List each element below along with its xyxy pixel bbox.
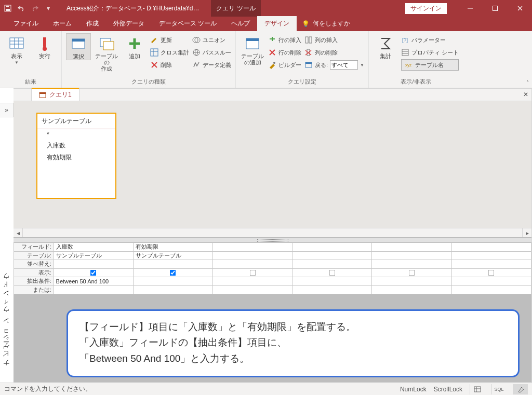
- grid-cell[interactable]: 入庫数: [54, 243, 133, 252]
- return-button[interactable]: 戻る: ▼: [304, 59, 364, 71]
- tab-design[interactable]: デザイン: [257, 16, 297, 31]
- grid-cell[interactable]: [372, 260, 451, 269]
- show-checkbox[interactable]: [170, 269, 176, 276]
- union-query-button[interactable]: ユニオン: [192, 34, 231, 46]
- collapse-ribbon-icon[interactable]: ˄: [526, 80, 529, 86]
- grid-cell[interactable]: サンプルテーブル: [133, 251, 212, 260]
- document-close-icon[interactable]: ✕: [523, 91, 528, 98]
- totals-button[interactable]: 集計: [373, 33, 398, 59]
- grid-cell[interactable]: [54, 268, 133, 277]
- grid-cell[interactable]: 有効期限: [133, 243, 212, 252]
- builder-button[interactable]: ビルダー: [268, 59, 301, 71]
- tab-help[interactable]: ヘルプ: [224, 16, 257, 31]
- signin-button[interactable]: サインイン: [405, 3, 447, 14]
- grid-cell[interactable]: [133, 268, 212, 277]
- show-checkbox[interactable]: [249, 269, 256, 276]
- tab-file[interactable]: ファイル: [6, 16, 46, 31]
- table-names-toggle[interactable]: xyzテーブル名: [401, 59, 459, 71]
- grid-cell[interactable]: [372, 268, 451, 277]
- grid-cell[interactable]: [292, 277, 372, 286]
- minimize-button[interactable]: [458, 0, 482, 17]
- show-checkbox[interactable]: [488, 269, 495, 276]
- delete-query-button[interactable]: 削除: [150, 59, 189, 71]
- tab-external-data[interactable]: 外部データ: [106, 16, 152, 31]
- grid-cell[interactable]: [292, 260, 372, 269]
- maximize-button[interactable]: [483, 0, 507, 17]
- svg-rect-4: [493, 6, 498, 11]
- make-table-button[interactable]: テーブルの 作成: [94, 33, 119, 72]
- insert-rows-button[interactable]: 行の挿入: [268, 34, 301, 46]
- field-item[interactable]: 有効期限: [37, 152, 115, 164]
- grid-cell[interactable]: [133, 260, 212, 269]
- grid-cell[interactable]: [213, 243, 292, 252]
- grid-cell[interactable]: [213, 277, 292, 286]
- grid-cell[interactable]: [54, 285, 133, 294]
- save-icon[interactable]: [2, 3, 14, 14]
- undo-icon[interactable]: [16, 3, 27, 14]
- parameters-button[interactable]: [?]パラメーター: [401, 34, 459, 46]
- pane-splitter[interactable]: [14, 237, 531, 242]
- redo-icon[interactable]: [29, 3, 41, 14]
- tab-create[interactable]: 作成: [79, 16, 106, 31]
- nav-pane-expand[interactable]: »: [0, 103, 14, 117]
- data-definition-button[interactable]: データ定義: [192, 59, 231, 71]
- grid-cell[interactable]: [292, 285, 372, 294]
- view-datasheet-icon[interactable]: [470, 384, 484, 394]
- grid-cell[interactable]: [292, 268, 372, 277]
- close-button[interactable]: [508, 0, 532, 17]
- scroll-left-icon[interactable]: ◂: [14, 228, 23, 237]
- field-star[interactable]: *: [37, 129, 115, 140]
- select-query-button[interactable]: 選択: [66, 33, 91, 60]
- grid-cell[interactable]: [372, 251, 451, 260]
- nav-pane-label[interactable]: ナビゲーション ウィンドウ: [2, 275, 11, 370]
- field-item[interactable]: 入庫数: [37, 140, 115, 152]
- grid-cell[interactable]: [451, 251, 531, 260]
- tab-home[interactable]: ホーム: [46, 16, 79, 31]
- grid-cell[interactable]: [451, 243, 531, 252]
- horizontal-scrollbar[interactable]: ◂ ▸: [14, 228, 531, 237]
- grid-cell[interactable]: [54, 260, 133, 269]
- delete-rows-button[interactable]: 行の削除: [268, 47, 301, 58]
- update-query-button[interactable]: 更新: [150, 34, 189, 46]
- grid-cell[interactable]: [451, 285, 531, 294]
- grid-cell[interactable]: [372, 243, 451, 252]
- grid-cell[interactable]: [372, 277, 451, 286]
- grid-cell[interactable]: [372, 285, 451, 294]
- property-sheet-button[interactable]: プロパティ シート: [401, 47, 459, 58]
- tab-db-tools[interactable]: データベース ツール: [152, 16, 224, 31]
- show-checkbox[interactable]: [409, 269, 415, 276]
- view-button[interactable]: 表示 ▼: [4, 33, 29, 65]
- return-select[interactable]: [330, 60, 358, 70]
- grid-cell[interactable]: [451, 260, 531, 269]
- grid-cell[interactable]: [213, 285, 292, 294]
- scroll-right-icon[interactable]: ▸: [522, 228, 531, 237]
- append-button[interactable]: 追加: [122, 33, 147, 59]
- view-sql-icon[interactable]: SQL: [491, 384, 506, 394]
- show-table-button[interactable]: テーブル の追加: [240, 33, 265, 65]
- grid-cell[interactable]: [292, 243, 372, 252]
- view-design-icon[interactable]: [513, 384, 528, 394]
- grid-cell[interactable]: [451, 268, 531, 277]
- query-design-grid[interactable]: フィールド: 入庫数 有効期限 テーブル: サンプルテーブル サンプルテーブル …: [14, 242, 531, 294]
- grid-cell[interactable]: [133, 285, 212, 294]
- delete-columns-button[interactable]: 列の削除: [304, 47, 364, 58]
- grid-cell[interactable]: [292, 251, 372, 260]
- insert-columns-button[interactable]: 列の挿入: [304, 34, 364, 46]
- query-design-upper-pane[interactable]: サンプルテーブル * 入庫数 有効期限 ◂ ▸: [14, 101, 531, 237]
- grid-cell[interactable]: [213, 268, 292, 277]
- passthrough-query-button[interactable]: パススルー: [192, 47, 231, 58]
- show-checkbox[interactable]: [90, 269, 97, 276]
- qa-customize-icon[interactable]: ▾: [43, 3, 54, 14]
- tell-me[interactable]: 💡 何をしますか: [297, 16, 355, 31]
- table-field-list[interactable]: サンプルテーブル * 入庫数 有効期限: [36, 113, 116, 199]
- grid-cell[interactable]: サンプルテーブル: [54, 251, 133, 260]
- document-tab-query1[interactable]: クエリ1: [31, 88, 79, 101]
- run-button[interactable]: 実行: [32, 33, 57, 59]
- show-checkbox[interactable]: [329, 269, 336, 276]
- crosstab-query-button[interactable]: クロス集計: [150, 47, 189, 58]
- grid-cell[interactable]: Between 50 And 100: [54, 277, 133, 286]
- grid-cell[interactable]: [133, 277, 212, 286]
- grid-cell[interactable]: [213, 260, 292, 269]
- grid-cell[interactable]: [451, 277, 531, 286]
- grid-cell[interactable]: [213, 251, 292, 260]
